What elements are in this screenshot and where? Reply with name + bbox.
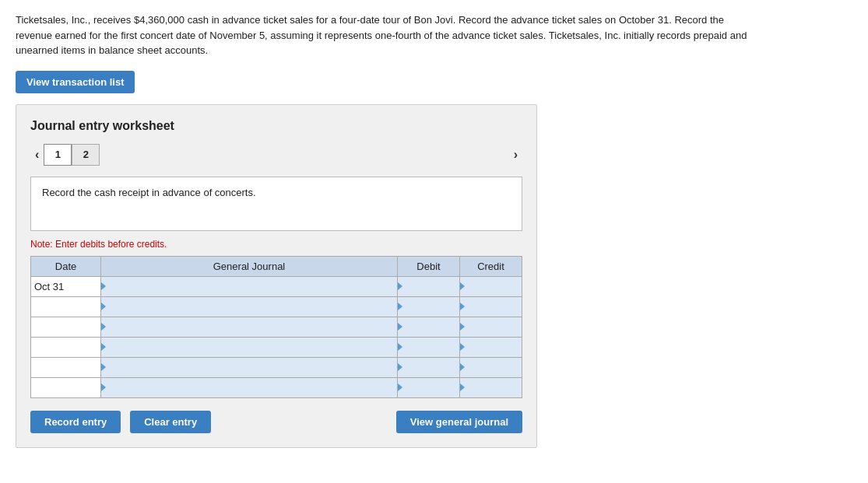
debit-cell-3[interactable] [398,317,460,337]
debit-input-2[interactable] [401,301,456,313]
table-row [31,296,522,317]
credit-cell-4[interactable] [460,337,522,357]
table-row [31,317,522,337]
credit-input-4[interactable] [463,341,518,353]
journal-table: Date General Journal Debit Credit Oct 31 [30,256,522,398]
date-cell-2 [31,296,101,317]
debit-cell-1[interactable] [398,276,460,296]
debit-input-5[interactable] [401,362,456,373]
credit-input-1[interactable] [463,281,518,292]
gj-cell-2[interactable] [101,296,398,317]
gj-cell-3[interactable] [101,317,398,337]
debit-arrow-4 [398,343,402,351]
button-row: Record entry Clear entry View general jo… [30,411,522,433]
tab-1[interactable]: 1 [44,144,72,166]
debit-arrow-5 [398,363,402,371]
debit-cell-2[interactable] [398,296,460,317]
date-cell-3 [31,317,101,337]
gj-input-2[interactable] [104,301,394,313]
credit-arrow-2 [460,303,465,310]
debit-arrow-1 [398,282,402,290]
debit-input-1[interactable] [401,281,456,292]
credit-arrow-5 [460,363,465,371]
credit-cell-5[interactable] [460,357,522,377]
date-cell-1: Oct 31 [31,276,101,296]
gj-input-5[interactable] [104,362,394,373]
arrow-icon-6 [101,383,106,391]
debit-cell-5[interactable] [398,357,460,377]
credit-cell-1[interactable] [460,276,522,296]
credit-cell-6[interactable] [460,377,522,397]
arrow-icon-5 [101,363,106,371]
credit-cell-3[interactable] [460,317,522,337]
gj-input-1[interactable] [104,281,394,292]
debit-arrow-6 [398,383,402,391]
credit-input-3[interactable] [463,321,518,333]
gj-cell-1[interactable] [101,276,398,296]
worksheet-title: Journal entry worksheet [30,119,522,133]
nav-row: ‹ 1 2 › [30,144,522,166]
description-text: Ticketsales, Inc., receives $4,360,000 c… [16,12,755,58]
next-chevron[interactable]: › [509,147,522,163]
instruction-box: Record the cash receipt in advance of co… [30,177,522,231]
gj-cell-4[interactable] [101,337,398,357]
gj-input-4[interactable] [104,341,394,353]
tab-2[interactable]: 2 [72,144,100,166]
header-credit: Credit [460,256,522,276]
gj-cell-6[interactable] [101,377,398,397]
header-general-journal: General Journal [101,256,398,276]
record-entry-button[interactable]: Record entry [30,411,121,433]
credit-cell-2[interactable] [460,296,522,317]
credit-arrow-4 [460,343,465,351]
view-transaction-button[interactable]: View transaction list [16,71,135,93]
debit-input-3[interactable] [401,321,456,333]
table-row: Oct 31 [31,276,522,296]
arrow-icon-2 [101,303,106,310]
date-cell-5 [31,357,101,377]
table-header-row: Date General Journal Debit Credit [31,256,522,276]
credit-input-6[interactable] [463,382,518,394]
debit-arrow-2 [398,303,402,310]
date-value-1: Oct 31 [34,281,64,292]
debit-input-4[interactable] [401,341,456,353]
arrow-icon-4 [101,343,106,351]
view-general-journal-button[interactable]: View general journal [396,411,522,433]
debit-input-6[interactable] [401,382,456,394]
header-date: Date [31,256,101,276]
note-text: Note: Enter debits before credits. [30,239,522,250]
date-cell-4 [31,337,101,357]
table-row [31,377,522,397]
table-row [31,337,522,357]
table-row [31,357,522,377]
prev-chevron[interactable]: ‹ [30,147,44,163]
credit-arrow-3 [460,323,465,331]
date-cell-6 [31,377,101,397]
arrow-icon-3 [101,323,106,331]
credit-input-2[interactable] [463,301,518,313]
gj-input-3[interactable] [104,321,394,333]
instruction-text: Record the cash receipt in advance of co… [42,187,256,198]
worksheet-container: Journal entry worksheet ‹ 1 2 › Record t… [16,104,537,448]
clear-entry-button[interactable]: Clear entry [130,411,211,433]
arrow-icon-1 [101,282,106,290]
gj-input-6[interactable] [104,382,394,394]
header-debit: Debit [398,256,460,276]
credit-input-5[interactable] [463,362,518,373]
credit-arrow-6 [460,383,465,391]
gj-cell-5[interactable] [101,357,398,377]
credit-arrow-1 [460,282,465,290]
debit-arrow-3 [398,323,402,331]
debit-cell-6[interactable] [398,377,460,397]
debit-cell-4[interactable] [398,337,460,357]
